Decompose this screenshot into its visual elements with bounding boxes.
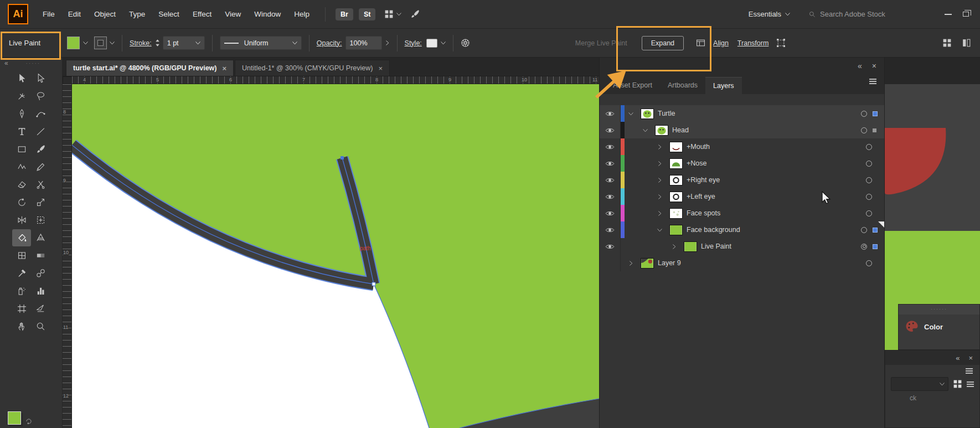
hand-tool[interactable] bbox=[12, 318, 31, 335]
rectangle-tool[interactable] bbox=[12, 141, 31, 158]
close-panel-icon[interactable]: × bbox=[968, 354, 973, 362]
tab-close-icon[interactable]: × bbox=[378, 64, 383, 73]
collapse-panel-icon[interactable]: « bbox=[956, 354, 960, 362]
bounding-box-icon[interactable] bbox=[776, 38, 786, 48]
layer-row-head[interactable]: Head bbox=[600, 122, 884, 138]
expand-toggle-icon[interactable] bbox=[653, 227, 666, 233]
ruler-origin-corner[interactable] bbox=[63, 76, 72, 84]
rotate-tool[interactable] bbox=[12, 194, 31, 211]
gradient-tool[interactable] bbox=[31, 247, 50, 264]
style-control[interactable] bbox=[426, 39, 446, 48]
menu-type[interactable]: Type bbox=[122, 6, 152, 22]
menu-effect[interactable]: Effect bbox=[186, 6, 218, 22]
expand-toggle-icon[interactable] bbox=[625, 260, 637, 266]
collapse-panel-icon[interactable]: « bbox=[858, 61, 862, 70]
scale-tool[interactable] bbox=[31, 194, 50, 211]
expand-toggle-icon[interactable] bbox=[653, 144, 666, 150]
collapse-toolbar-icon[interactable]: « bbox=[4, 59, 9, 67]
column-graph-tool[interactable] bbox=[31, 282, 50, 300]
vertical-ruler[interactable]: 89101112 bbox=[63, 84, 72, 428]
panel-tab-artboards[interactable]: Artboards bbox=[660, 77, 705, 94]
curvature-tool[interactable] bbox=[31, 105, 50, 122]
style-label[interactable]: Style: bbox=[405, 39, 422, 47]
expand-toggle-icon[interactable] bbox=[668, 244, 680, 250]
chevron-down-icon[interactable] bbox=[440, 40, 446, 45]
visibility-toggle[interactable] bbox=[600, 105, 621, 122]
stock-search-input[interactable]: Search Adobe Stock bbox=[809, 10, 922, 18]
expand-button[interactable]: Expand bbox=[642, 36, 684, 50]
layer-row-face-spots[interactable]: Face spots bbox=[600, 205, 884, 221]
visibility-toggle[interactable] bbox=[600, 155, 621, 172]
direct-selection-tool[interactable] bbox=[31, 70, 50, 87]
slice-tool[interactable] bbox=[31, 300, 50, 317]
stroke-swatch[interactable] bbox=[95, 37, 106, 49]
menu-file[interactable]: File bbox=[36, 6, 61, 22]
minimize-button[interactable] bbox=[945, 14, 952, 15]
paintbrush-tool[interactable] bbox=[31, 141, 50, 158]
bridge-button[interactable]: Br bbox=[336, 8, 353, 20]
fill-stroke-proxy[interactable] bbox=[8, 411, 32, 425]
illustrator-logo[interactable]: Ai bbox=[8, 4, 28, 24]
menu-help[interactable]: Help bbox=[287, 6, 316, 22]
opacity-label[interactable]: Opacity: bbox=[317, 39, 342, 47]
stock-button[interactable]: St bbox=[359, 8, 376, 20]
visibility-toggle[interactable] bbox=[600, 188, 621, 205]
panel-menu-icon[interactable] bbox=[869, 81, 876, 82]
bottom-right-panel[interactable]: « × ck bbox=[885, 350, 980, 428]
line-segment-tool[interactable] bbox=[31, 123, 50, 140]
live-paint-bucket-tool[interactable] bbox=[12, 229, 31, 246]
panel-dropdown[interactable] bbox=[891, 377, 948, 391]
visibility-toggle[interactable] bbox=[600, 138, 621, 155]
paintbrush-icon[interactable] bbox=[410, 9, 420, 19]
artboard-tool[interactable] bbox=[12, 300, 31, 317]
selection-tool[interactable] bbox=[12, 70, 31, 87]
panel-tab-layers[interactable]: Layers bbox=[705, 77, 742, 94]
align-link[interactable]: Align bbox=[713, 39, 729, 47]
workspace-switcher[interactable]: Essentials bbox=[749, 10, 790, 18]
visibility-toggle[interactable] bbox=[600, 255, 621, 271]
layer-row-layer-9[interactable]: Layer 9 bbox=[600, 255, 884, 271]
grid-view-icon[interactable] bbox=[953, 379, 962, 389]
layer-row-turtle[interactable]: Turtle bbox=[600, 105, 884, 122]
perspective-grid-tool[interactable] bbox=[31, 229, 50, 246]
target-circle-icon[interactable] bbox=[866, 260, 872, 266]
dock-columns-icon[interactable] bbox=[962, 38, 971, 48]
visibility-toggle[interactable] bbox=[600, 238, 621, 255]
target-circle-icon[interactable] bbox=[866, 210, 872, 216]
layer-row-nose[interactable]: +Nose bbox=[600, 155, 884, 172]
menu-view[interactable]: View bbox=[218, 6, 247, 22]
layer-row-mouth[interactable]: +Mouth bbox=[600, 138, 884, 155]
target-circle-icon[interactable] bbox=[861, 127, 867, 133]
layer-row-left-eye[interactable]: +Left eye bbox=[600, 188, 884, 205]
type-tool[interactable] bbox=[12, 123, 31, 140]
scissors-tool[interactable] bbox=[31, 176, 50, 193]
stroke-stepper[interactable] bbox=[155, 39, 160, 47]
target-circle-icon[interactable] bbox=[866, 161, 872, 167]
layer-row-face-background[interactable]: Face background bbox=[600, 221, 884, 238]
expand-toggle-icon[interactable] bbox=[639, 127, 651, 133]
target-circle-icon[interactable] bbox=[866, 177, 872, 183]
shaper-tool[interactable] bbox=[12, 158, 31, 176]
align-panel-icon[interactable] bbox=[696, 38, 705, 48]
menu-window[interactable]: Window bbox=[247, 6, 287, 22]
document-tab-inactive[interactable]: Untitled-1* @ 300% (CMYK/GPU Preview)× bbox=[235, 60, 390, 76]
panel-grip[interactable]: ····· bbox=[9, 60, 58, 66]
opacity-panel-arrow-icon[interactable] bbox=[385, 40, 390, 46]
target-circle-icon[interactable] bbox=[861, 244, 867, 250]
tab-close-icon[interactable]: × bbox=[223, 64, 227, 73]
target-circle-icon[interactable] bbox=[866, 194, 872, 200]
chevron-down-icon[interactable] bbox=[82, 40, 89, 45]
stroke-weight-field[interactable]: 1 pt bbox=[163, 36, 205, 50]
expand-toggle-icon[interactable] bbox=[653, 194, 666, 200]
lasso-tool[interactable] bbox=[31, 87, 50, 105]
visibility-toggle[interactable] bbox=[600, 122, 621, 138]
arrange-documents-icon[interactable] bbox=[384, 9, 401, 19]
dock-grid-icon[interactable] bbox=[942, 38, 952, 48]
stroke-label[interactable]: Stroke: bbox=[130, 39, 152, 47]
fill-color-proxy[interactable] bbox=[8, 411, 21, 425]
style-swatch[interactable] bbox=[426, 39, 437, 48]
transform-link[interactable]: Transform bbox=[737, 39, 769, 47]
free-transform-tool[interactable] bbox=[31, 212, 50, 229]
width-tool[interactable] bbox=[12, 212, 31, 229]
artboard-canvas[interactable]: path bbox=[72, 84, 599, 428]
